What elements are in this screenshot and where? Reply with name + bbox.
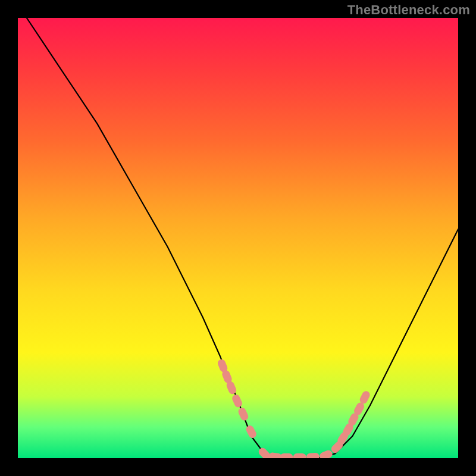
chart-svg	[18, 18, 458, 458]
chart-plot-area	[18, 18, 458, 458]
highlight-dots-group	[217, 358, 371, 458]
highlight-dot	[237, 406, 249, 421]
chart-frame: TheBottleneck.com	[0, 0, 476, 476]
highlight-dot	[318, 449, 333, 458]
bottleneck-curve	[27, 18, 458, 458]
highlight-dot	[280, 453, 293, 458]
highlight-dot	[293, 453, 306, 458]
highlight-dot	[231, 393, 243, 408]
highlight-dot	[306, 452, 320, 458]
highlight-dot	[245, 424, 258, 440]
watermark-text: TheBottleneck.com	[347, 2, 470, 18]
